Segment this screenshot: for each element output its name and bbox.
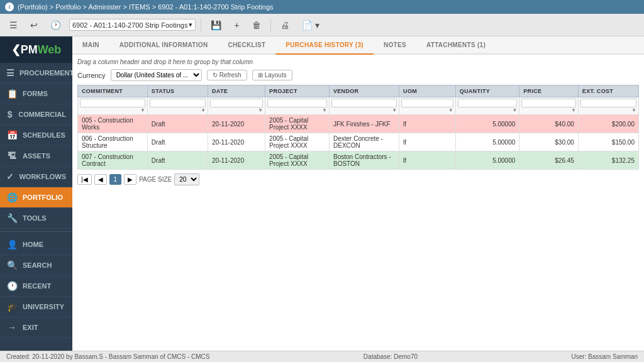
col-date: DATE <box>208 85 265 97</box>
sidebar-item-assets[interactable]: 🏗 ASSETS <box>0 146 72 167</box>
info-icon[interactable]: i <box>5 3 14 11</box>
breadcrumb: (Portfolio) > Portfolio > Administer > I… <box>18 3 274 11</box>
recent-icon: 🕐 <box>6 281 18 291</box>
table-cell: $30.00 <box>519 133 579 151</box>
filter-price[interactable] <box>521 99 576 107</box>
table-cell: Draft <box>147 151 208 170</box>
table-row[interactable]: 006 - Construction StructureDraft20-11-2… <box>78 133 639 151</box>
table-cell: 2005 - Capital Project XXXX <box>265 151 330 170</box>
refresh-icon: ↻ <box>213 72 218 79</box>
tab-main[interactable]: MAIN <box>72 36 109 55</box>
table-cell: 005 - Construction Works <box>78 115 148 133</box>
sidebar-label-workflows: WORKFLOWS <box>19 173 66 180</box>
col-quantity: QUANTITY <box>455 85 519 97</box>
first-page-button[interactable]: |◀ <box>77 174 92 185</box>
filter-quantity[interactable] <box>458 99 518 107</box>
table-row[interactable]: 007 - Construction ContractDraft20-11-20… <box>78 151 639 170</box>
filter-row: ▼ ▼ ▼ ▼ ▼ ▼ ▼ ▼ ▼ <box>78 97 639 115</box>
tools-icon: 🔧 <box>6 213 18 223</box>
currency-select[interactable]: Dollar (United States of ... <box>111 69 202 81</box>
portfolio-icon: 🌐 <box>6 192 18 202</box>
filter-uom[interactable] <box>401 99 453 107</box>
university-icon: 🎓 <box>6 302 18 312</box>
tab-notes[interactable]: NOTES <box>374 36 416 55</box>
save-button[interactable]: 💾 <box>206 18 226 33</box>
status-center: Database: Demo70 <box>364 353 418 360</box>
record-dropdown[interactable]: 6902 - A01:1-140-2700 Strip Footings ▾ <box>69 19 196 31</box>
table-body: 005 - Construction WorksDraft20-11-20202… <box>78 115 639 170</box>
table-cell: Boston Contractors - BOSTON <box>330 151 399 170</box>
sidebar-label-procurement: PROCUREMENT <box>19 69 72 77</box>
status-right: User: Bassam Samman <box>571 353 638 360</box>
purchase-history-table: COMMITMENT STATUS DATE PROJECT VENDOR UO… <box>77 85 639 170</box>
sidebar-item-commercial[interactable]: $ COMMERCIAL <box>0 104 72 125</box>
table-cell: 20-11-2020 <box>208 133 265 151</box>
undo-button[interactable]: ↩ <box>26 18 42 33</box>
sidebar-item-workflows[interactable]: ✓ WORKFLOWS <box>0 167 72 187</box>
sidebar-label-assets: ASSETS <box>23 152 50 160</box>
filter-status[interactable] <box>150 99 206 107</box>
col-price: PRICE <box>519 85 579 97</box>
filter-commitment[interactable] <box>80 99 145 107</box>
table-cell: lf <box>399 133 456 151</box>
table-cell: 5.00000 <box>455 115 519 133</box>
sidebar-item-portfolio[interactable]: 🌐 PORTFOLIO <box>0 187 72 208</box>
delete-button[interactable]: 🗑 <box>248 18 265 33</box>
table-cell: $26.45 <box>519 151 579 170</box>
table-cell: Draft <box>147 133 208 151</box>
filter-project[interactable] <box>267 99 327 107</box>
page-size-select[interactable]: 20 <box>174 173 199 185</box>
commercial-icon: $ <box>6 109 13 119</box>
dropdown-value: 6902 - A01:1-140-2700 Strip Footings <box>72 21 187 29</box>
sidebar-label-tools: TOOLS <box>23 214 47 222</box>
table-cell: 2005 - Capital Project XXXX <box>265 115 330 133</box>
prev-page-button[interactable]: ◀ <box>94 174 107 185</box>
filter-ext-cost[interactable] <box>580 99 636 107</box>
chevron-down-icon: ▾ <box>189 21 192 29</box>
sidebar-item-procurement[interactable]: ☰ PROCUREMENT <box>0 63 72 84</box>
list-view-button[interactable]: ☰ <box>5 18 22 33</box>
tab-checklist[interactable]: CHECKLIST <box>218 36 275 55</box>
sidebar-item-schedules[interactable]: 📅 SCHEDULES <box>0 125 72 146</box>
sidebar-label-home: HOME <box>23 241 43 248</box>
separator-1 <box>201 18 201 32</box>
add-button[interactable]: + <box>230 18 243 33</box>
sidebar-item-recent[interactable]: 🕐 RECENT <box>0 276 72 297</box>
top-bar: i (Portfolio) > Portfolio > Administer >… <box>0 0 644 14</box>
next-page-button[interactable]: ▶ <box>124 174 136 185</box>
filter-date[interactable] <box>210 99 263 107</box>
current-page: 1 <box>109 174 122 185</box>
tab-additional[interactable]: ADDITIONAL INFORMATION <box>109 36 218 55</box>
layouts-icon: ⊞ <box>258 72 263 79</box>
export-button[interactable]: 📄 ▾ <box>297 18 324 33</box>
print-button[interactable]: 🖨 <box>276 18 294 33</box>
separator-2 <box>270 18 271 32</box>
table-row[interactable]: 005 - Construction WorksDraft20-11-20202… <box>78 115 639 133</box>
tab-purchase-history[interactable]: PURCHASE HISTORY (3) <box>275 36 374 55</box>
filter-vendor[interactable] <box>331 99 397 107</box>
sidebar-item-exit[interactable]: → EXIT <box>0 317 72 338</box>
refresh-button[interactable]: ↻ Refresh <box>207 70 247 80</box>
sidebar-label-exit: EXIT <box>23 324 38 331</box>
layouts-button[interactable]: ⊞ Layouts <box>252 70 292 80</box>
sidebar-item-search[interactable]: 🔍 SEARCH <box>0 255 72 276</box>
table-header-row: COMMITMENT STATUS DATE PROJECT VENDOR UO… <box>78 85 639 97</box>
table-cell: $150.00 <box>578 133 638 151</box>
sidebar-divider <box>0 231 72 232</box>
sidebar-item-forms[interactable]: 📋 FORMS <box>0 84 72 104</box>
tab-attachments[interactable]: ATTACHMENTS (1) <box>416 36 496 55</box>
table-cell: 007 - Construction Contract <box>78 151 148 170</box>
sidebar-item-home[interactable]: 👤 HOME <box>0 234 72 255</box>
history-button[interactable]: 🕐 <box>46 18 65 33</box>
workflows-icon: ✓ <box>6 172 14 182</box>
sidebar-item-tools[interactable]: 🔧 TOOLS <box>0 208 72 229</box>
sidebar-label-search: SEARCH <box>23 261 52 269</box>
table-cell: 006 - Construction Structure <box>78 133 148 151</box>
table-cell: 5.00000 <box>455 151 519 170</box>
sidebar-label-university: UNIVERSITY <box>23 303 64 310</box>
search-icon: 🔍 <box>6 260 18 270</box>
sidebar: ❮PMWeb ☰ PROCUREMENT 📋 FORMS $ COMMERCIA… <box>0 36 72 351</box>
col-commitment: COMMITMENT <box>78 85 148 97</box>
table-cell: JFK Finishes - JFKF <box>330 115 399 133</box>
sidebar-item-university[interactable]: 🎓 UNIVERSITY <box>0 297 72 317</box>
